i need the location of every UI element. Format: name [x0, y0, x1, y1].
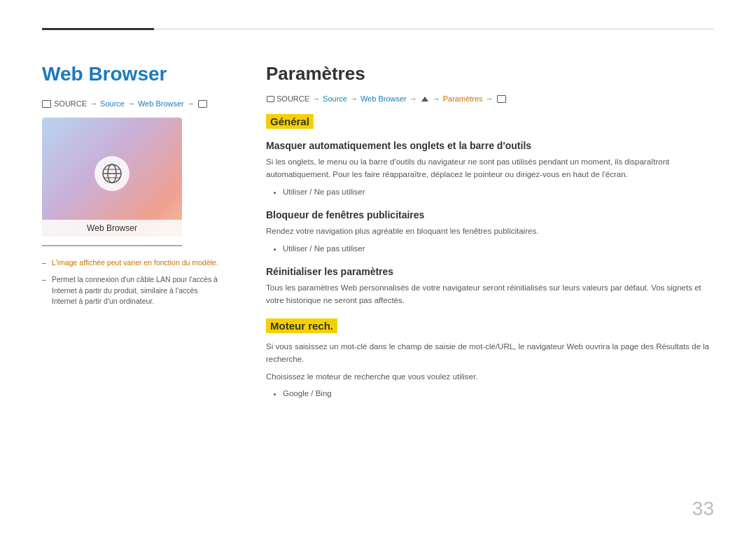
subsection-bloqueur: Bloqueur de fenêtres publicitaires Rende… — [266, 209, 714, 255]
left-title: Web Browser — [42, 63, 224, 85]
section-general: Général Masquer automatiquement les ongl… — [266, 114, 714, 307]
general-heading: Général — [266, 114, 314, 129]
top-bar — [42, 28, 714, 30]
note-2-text: Permet la connexion d'un câble LAN pour … — [52, 275, 218, 306]
arrow1-right: → — [312, 94, 320, 103]
parametres-active: Paramètres — [443, 94, 483, 103]
moteur-body2: Choisissez le moteur de recherche que vo… — [266, 370, 714, 383]
note-list: L'image affichée peut varier en fonction… — [42, 258, 224, 307]
globe-icon — [101, 162, 123, 185]
masquer-title: Masquer automatiquement les onglets et l… — [266, 140, 714, 151]
moteur-bullet-1: Google / Bing — [283, 387, 714, 400]
web-browser-link-left[interactable]: Web Browser — [138, 99, 184, 108]
source-icon-left — [42, 100, 51, 108]
source-label-right: SOURCE — [276, 94, 309, 103]
bloqueur-body: Rendez votre navigation plus agréable en… — [266, 225, 714, 237]
arrow2-left: → — [127, 99, 135, 108]
browser-label-text: Web Browser — [87, 223, 137, 233]
breadcrumb-left: SOURCE → Source → Web Browser → — [42, 99, 224, 108]
subsection-reinitialiser: Réinitialiser les paramètres Tous les pa… — [266, 266, 714, 307]
source-link-right[interactable]: Source — [323, 94, 347, 103]
right-title: Paramètres — [266, 63, 714, 85]
page-layout: Web Browser SOURCE → Source → Web Browse… — [42, 42, 714, 506]
top-bar-left-line — [42, 28, 154, 30]
browser-label-bar: Web Browser — [42, 220, 182, 237]
image-border — [42, 245, 182, 246]
subsection-masquer: Masquer automatiquement les onglets et l… — [266, 140, 714, 198]
masquer-body: Si les onglets, le menu ou la barre d'ou… — [266, 155, 714, 181]
arrow5-right: → — [486, 94, 493, 103]
bloqueur-title: Bloqueur de fenêtres publicitaires — [266, 209, 714, 220]
moteur-intro: Si vous saisissez un mot-clé dans le cha… — [266, 340, 714, 366]
breadcrumb-right: SOURCE → Source → Web Browser → → Paramè… — [266, 94, 714, 103]
moteur-heading: Moteur rech. — [266, 318, 337, 333]
moteur-bullets: Google / Bing — [266, 387, 714, 400]
enter-icon-right — [497, 95, 506, 103]
browser-image-bg: Web Browser — [42, 118, 182, 237]
right-column: Paramètres SOURCE → Source → Web Browser… — [252, 42, 714, 506]
browser-icon-circle — [94, 156, 130, 191]
note-2: Permet la connexion d'un câble LAN pour … — [42, 274, 224, 307]
arrow3-left: → — [187, 99, 195, 108]
up-arrow-icon — [421, 97, 428, 101]
bloqueur-bullet-1: Utiliser / Ne pas utiliser — [283, 242, 714, 255]
web-browser-link-right[interactable]: Web Browser — [360, 94, 407, 103]
masquer-bullets: Utiliser / Ne pas utiliser — [266, 185, 714, 198]
source-label-left: SOURCE — [54, 99, 87, 108]
top-bar-right-line — [154, 29, 714, 29]
browser-image: Web Browser — [42, 118, 182, 237]
reinitialiser-title: Réinitialiser les paramètres — [266, 266, 714, 277]
enter-icon-left — [198, 100, 207, 108]
arrow2-right: → — [350, 94, 358, 103]
source-link-left[interactable]: Source — [100, 99, 125, 108]
arrow1-left: → — [90, 99, 97, 108]
note-1: L'image affichée peut varier en fonction… — [42, 258, 224, 269]
reinitialiser-body: Tous les paramètres Web personnalisés de… — [266, 281, 714, 307]
masquer-bullet-1: Utiliser / Ne pas utiliser — [283, 185, 714, 198]
arrow3-right: → — [410, 94, 417, 103]
source-icon-right — [267, 96, 274, 102]
bloqueur-bullets: Utiliser / Ne pas utiliser — [266, 242, 714, 255]
left-column: Web Browser SOURCE → Source → Web Browse… — [42, 42, 224, 506]
arrow4-right: → — [433, 94, 440, 103]
page-number: 33 — [692, 498, 714, 520]
note-1-text: L'image affichée peut varier en fonction… — [52, 258, 218, 267]
section-moteur: Moteur rech. Si vous saisissez un mot-cl… — [266, 318, 714, 400]
